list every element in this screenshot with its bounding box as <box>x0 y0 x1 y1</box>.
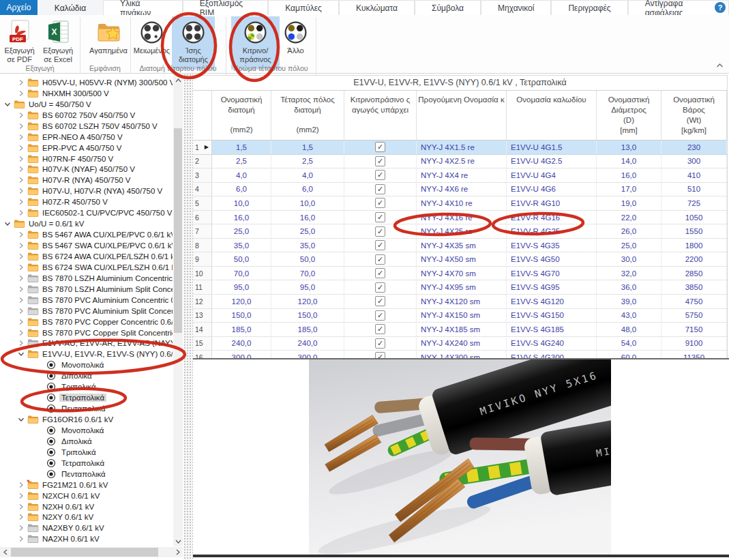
chevron-right-icon[interactable] <box>18 297 27 304</box>
ribbon-collapse-chevron-icon[interactable] <box>716 59 724 71</box>
tree-item-cable-type[interactable]: H07V-K (NYAF) 450/750 V <box>0 164 173 175</box>
tree-item-cable-type[interactable]: BS 6724 SWA CU/XLPE/LSZH 0.6/1 kV <box>0 262 173 273</box>
chevron-down-icon[interactable] <box>4 220 14 227</box>
yellow-green-button[interactable]: Κιτρινο/πράσινος <box>231 16 280 70</box>
yellow-green-checkbox-cell[interactable]: ✓ <box>344 239 417 252</box>
chevron-right-icon[interactable] <box>18 188 27 194</box>
yellow-green-checkbox-cell[interactable]: ✓ <box>344 309 417 323</box>
grid-row[interactable]: 15240,0240,0✓NYY-J 4X240 smE1VV-S 4G2405… <box>193 337 727 351</box>
tree-item-cable-type[interactable]: NA2XH 0.6/1 kV <box>0 533 173 544</box>
yellow-green-checkbox-cell[interactable]: ✓ <box>344 211 417 224</box>
checkbox[interactable]: ✓ <box>375 324 385 334</box>
yellow-green-checkbox-cell[interactable]: ✓ <box>344 183 417 196</box>
ribbon-tab[interactable]: Μηχανικοί <box>481 0 551 15</box>
row-header[interactable]: 6 <box>193 211 212 224</box>
grid-row[interactable]: 725,025,0✓NYY-J 4X25 reE1VV-R 4G2526,015… <box>193 224 727 239</box>
grid-row[interactable]: 616,016,0✓NYY-J 4X16 reE1VV-R 4G1622,010… <box>193 211 727 225</box>
tree-item-cable-type[interactable]: Uo/U = 450/750 V <box>0 99 173 110</box>
chevron-right-icon[interactable] <box>18 156 27 162</box>
yellow-green-checkbox-cell[interactable]: ✓ <box>344 337 417 351</box>
grid-row[interactable]: 510,010,0✓NYY-J 4X10 reE1VV-R 4G1019,072… <box>193 196 727 211</box>
chevron-right-icon[interactable] <box>18 145 27 151</box>
tree-item-cable-type[interactable]: N2XH 0.6/1 kV <box>0 501 173 512</box>
checkbox[interactable]: ✓ <box>375 212 385 222</box>
chevron-down-icon[interactable] <box>18 416 27 423</box>
tree-item-pole-option[interactable]: Διπολικά <box>0 370 173 381</box>
tree-item-cable-type[interactable]: BS 5467 SWA CU/XLPE/PVC 0.6/1 kV <box>0 240 173 251</box>
row-header[interactable]: 2 <box>193 155 212 168</box>
yellow-green-checkbox-cell[interactable]: ✓ <box>344 168 417 182</box>
scroll-left-icon[interactable] <box>0 547 10 557</box>
grid-row[interactable]: 14185,0185,0✓NYY-J 4X185 smE1VV-S 4G1854… <box>193 323 727 337</box>
tree-item-cable-type[interactable]: BS 60702 LSZH 750V 450/750 V <box>0 121 173 132</box>
tree-item-cable-type[interactable]: H07RN-F 450/750 V <box>0 153 173 164</box>
grid-row[interactable]: 1▶1,51,5✓NYY-J 4X1.5 reE1VV-U 4G1.513,02… <box>193 141 727 155</box>
grid-row[interactable]: 46,06,0✓NYY-J 4X6 reE1VV-U 4G617,0510 <box>193 183 727 197</box>
ribbon-tab[interactable]: Εξοπλισμός BIM <box>183 0 268 15</box>
chevron-right-icon[interactable] <box>18 166 27 173</box>
yellow-green-checkbox-cell[interactable]: ✓ <box>344 224 417 238</box>
tree-item-cable-type[interactable]: BS 7870 PVC Aluminium Split Concent <box>0 306 173 316</box>
reduced-section-button[interactable]: Μειωμένος <box>132 16 171 70</box>
grid-column-header[interactable]: ΟνομαστικήΒάρος(Wt)[kg/km] <box>661 91 727 140</box>
chevron-right-icon[interactable] <box>18 319 27 325</box>
tree-item-pole-option[interactable]: Τετραπολικά <box>0 458 173 469</box>
row-header[interactable]: 10 <box>193 267 212 280</box>
ribbon-tab[interactable]: Περιγραφές <box>551 0 627 15</box>
row-header[interactable]: 12 <box>193 295 212 308</box>
chevron-right-icon[interactable] <box>18 286 27 293</box>
grid-row[interactable]: 1070,070,0✓NYY-J 4X70 smE1VV-S 4G7032,02… <box>193 267 727 281</box>
scroll-down-icon[interactable] <box>173 536 183 546</box>
chevron-right-icon[interactable] <box>18 514 27 520</box>
export-excel-button[interactable]: X Εξαγωγή σε Excel <box>38 16 78 70</box>
chevron-right-icon[interactable] <box>18 264 27 271</box>
ribbon-tab[interactable]: Αντίγραφα ασφάλειας <box>628 0 729 15</box>
grid-column-header[interactable]: Ονομαστικήδιατομή(mm2) <box>212 91 271 140</box>
chevron-down-icon[interactable] <box>18 351 27 357</box>
tree-item-cable-type[interactable]: FG16OR16 0.6/1 kV <box>0 414 173 425</box>
tree-item-cable-type[interactable]: H07V-R (NYA) 450/750 V <box>0 175 173 186</box>
tree-item-cable-type[interactable]: BS 7870 LSZH Aluminium Concentric 0 <box>0 273 173 284</box>
ribbon-tab[interactable]: Υλικά πινάκων <box>103 0 183 15</box>
yellow-green-checkbox-cell[interactable]: ✓ <box>344 280 417 294</box>
yellow-green-checkbox-cell[interactable]: ✓ <box>344 155 417 168</box>
tree-item-cable-type[interactable]: BS 60702 750V 450/750 V <box>0 110 173 121</box>
chevron-down-icon[interactable] <box>4 101 14 108</box>
row-header[interactable]: 15 <box>193 337 212 351</box>
checkbox[interactable]: ✓ <box>375 156 385 166</box>
row-header[interactable]: 5 <box>193 196 212 210</box>
checkbox[interactable]: ✓ <box>375 226 385 237</box>
row-header[interactable]: 8 <box>193 239 212 252</box>
chevron-right-icon[interactable] <box>18 209 27 216</box>
tab-file[interactable]: Αρχείο <box>0 0 38 15</box>
chevron-right-icon[interactable] <box>18 177 27 183</box>
chevron-right-icon[interactable] <box>18 242 27 249</box>
checkbox[interactable]: ✓ <box>375 310 385 321</box>
tree-item-cable-type[interactable]: H05VV-U, H05VV-R (NYM) 300/500 V <box>0 77 173 88</box>
tree-item-pole-option[interactable]: Πενταπολικά <box>0 469 173 480</box>
scroll-right-icon[interactable] <box>173 547 183 557</box>
grid-row[interactable]: 835,035,0✓NYY-J 4X35 smE1VV-S 4G3525,018… <box>193 239 727 253</box>
scroll-up-icon[interactable] <box>173 75 183 85</box>
tree-item-pole-option[interactable]: Πενταπολικά <box>0 403 173 414</box>
chevron-right-icon[interactable] <box>18 329 27 336</box>
yellow-green-checkbox-cell[interactable]: ✓ <box>344 267 417 280</box>
checkbox[interactable]: ✓ <box>375 240 385 250</box>
tree-item-cable-type[interactable]: H07V-U, H07V-R (NYA) 450/750 V <box>0 186 173 196</box>
tree-item-cable-type[interactable]: N2XY 0.6/1 kV <box>0 512 173 523</box>
row-header[interactable]: 14 <box>193 323 212 336</box>
yellow-green-checkbox-cell[interactable]: ✓ <box>344 196 417 210</box>
tree-item-cable-type[interactable]: E1VV-AU, E1VV-AR, E1VV-AS (NAYY) 0 <box>0 338 173 349</box>
chevron-right-icon[interactable] <box>18 90 27 97</box>
grid-column-header[interactable]: Προγούμενη Ονομασία κ <box>417 91 507 140</box>
tree-item-cable-type[interactable]: EPR-PVC A 450/750 V <box>0 143 173 153</box>
chevron-right-icon[interactable] <box>18 253 27 260</box>
checkbox[interactable]: ✓ <box>375 338 385 349</box>
tree-horizontal-scrollbar[interactable] <box>0 547 183 557</box>
tree-item-cable-type[interactable]: BS 7870 PVC Aluminium Concentric 0. <box>0 295 173 306</box>
equal-section-button[interactable]: Ίσης διατομής <box>172 16 215 70</box>
grid-column-header[interactable]: Τέταρτος πόλοςδιατομή(mm2) <box>271 91 344 140</box>
tree-item-cable-type[interactable]: E1VV-U, E1VV-R, E1VV-S (NYY) 0.6/1 k <box>0 349 173 359</box>
grid-row[interactable]: 1195,095,0✓NYY-J 4X95 smE1VV-S 4G9536,03… <box>193 280 727 295</box>
chevron-right-icon[interactable] <box>18 112 27 119</box>
